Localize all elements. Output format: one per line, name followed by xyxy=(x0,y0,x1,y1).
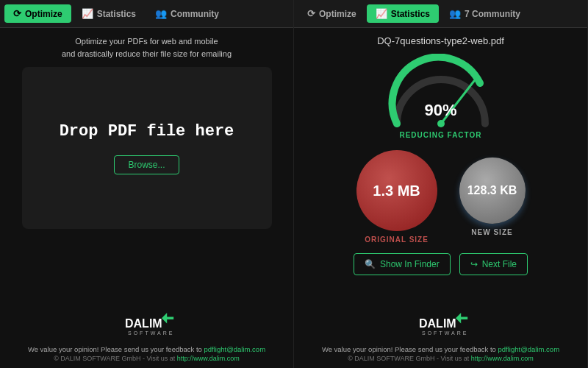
optimize-icon-right: ⟳ xyxy=(307,8,315,19)
right-footer: DALIM SOFTWARE We value your opinion! Pl… xyxy=(294,301,587,368)
gauge-container: 90% xyxy=(382,54,500,127)
svg-text:DALIM: DALIM xyxy=(419,317,456,330)
left-footer: DALIM SOFTWARE We value your opinion! Pl… xyxy=(0,301,293,368)
gauge-svg xyxy=(382,54,500,135)
optimize-icon: ⟳ xyxy=(13,8,21,19)
statistics-icon-right: 📈 xyxy=(376,8,387,19)
statistics-icon-left: 📈 xyxy=(82,8,93,19)
right-main-content: DQ-7questions-type2-web.pdf 90% REDUCING… xyxy=(294,28,587,301)
next-icon: ↪ xyxy=(470,259,478,269)
dalim-logo-right: DALIM SOFTWARE xyxy=(301,307,580,339)
left-main-content: Optimize your PDFs for web and mobileand… xyxy=(0,28,293,301)
right-tab-optimize[interactable]: ⟳ Optimize xyxy=(298,4,365,23)
left-panel: ⟳ Optimize 📈 Statistics 👥 Community Opti… xyxy=(0,0,294,368)
drop-zone[interactable]: Drop PDF file here Browse... xyxy=(22,67,272,229)
left-tab-community[interactable]: 👥 Community xyxy=(146,4,228,23)
right-tab-bar: ⟳ Optimize 📈 Statistics 👥 7 Community xyxy=(294,0,587,28)
right-copy-url[interactable]: http://www.dalim.com xyxy=(471,355,534,362)
left-feedback-email[interactable]: pdflight@dalim.com xyxy=(204,345,266,353)
svg-text:DALIM: DALIM xyxy=(125,317,162,330)
right-copyright: © DALIM SOFTWARE GmbH - Visit us at http… xyxy=(301,355,580,362)
right-feedback-text: We value your opinion! Please send us yo… xyxy=(301,345,580,353)
finder-icon: 🔍 xyxy=(365,259,376,269)
filename-label: DQ-7questions-type2-web.pdf xyxy=(377,35,504,46)
svg-text:SOFTWARE: SOFTWARE xyxy=(128,330,174,336)
left-copy-url[interactable]: http://www.dalim.com xyxy=(177,355,240,362)
left-tab-bar: ⟳ Optimize 📈 Statistics 👥 Community xyxy=(0,0,293,28)
dalim-logo-svg-left: DALIM SOFTWARE xyxy=(118,307,176,336)
new-size-group: 128.3 KB NEW SIZE xyxy=(459,158,526,236)
community-icon-left: 👥 xyxy=(155,8,167,19)
show-in-finder-button[interactable]: 🔍 Show In Finder xyxy=(354,253,451,275)
svg-point-4 xyxy=(437,120,445,127)
browse-button[interactable]: Browse... xyxy=(114,155,179,174)
next-file-button[interactable]: ↪ Next File xyxy=(459,253,528,275)
new-size-label: NEW SIZE xyxy=(471,228,512,236)
right-tab-community[interactable]: 👥 7 Community xyxy=(440,4,529,23)
size-circles-row: 1.3 MB ORIGINAL SIZE 128.3 KB NEW SIZE xyxy=(356,150,526,244)
left-tab-statistics[interactable]: 📈 Statistics xyxy=(73,4,145,23)
dalim-logo-left: DALIM SOFTWARE xyxy=(7,307,286,339)
svg-marker-2 xyxy=(162,313,173,323)
original-size-circle: 1.3 MB xyxy=(356,150,437,231)
original-size-label: ORIGINAL SIZE xyxy=(365,236,429,244)
right-feedback-email[interactable]: pdflight@dalim.com xyxy=(498,345,560,353)
action-buttons-row: 🔍 Show In Finder ↪ Next File xyxy=(354,253,528,275)
right-panel: ⟳ Optimize 📈 Statistics 👥 7 Community DQ… xyxy=(294,0,588,368)
dalim-logo-svg-right: DALIM SOFTWARE xyxy=(412,307,470,336)
left-copyright: © DALIM SOFTWARE GmbH - Visit us at http… xyxy=(7,355,286,362)
community-icon-right: 👥 xyxy=(449,8,461,19)
original-size-group: 1.3 MB ORIGINAL SIZE xyxy=(356,150,437,244)
new-size-circle: 128.3 KB xyxy=(459,158,526,224)
right-tab-statistics[interactable]: 📈 Statistics xyxy=(367,4,439,23)
optimize-subtitle: Optimize your PDFs for web and mobileand… xyxy=(62,35,232,60)
left-tab-optimize[interactable]: ⟳ Optimize xyxy=(4,4,71,23)
drop-text: Drop PDF file here xyxy=(60,122,234,141)
gauge-percent: 90% xyxy=(424,101,456,120)
svg-marker-7 xyxy=(456,313,467,323)
left-feedback-text: We value your opinion! Please send us yo… xyxy=(7,345,286,353)
svg-text:SOFTWARE: SOFTWARE xyxy=(422,330,468,336)
